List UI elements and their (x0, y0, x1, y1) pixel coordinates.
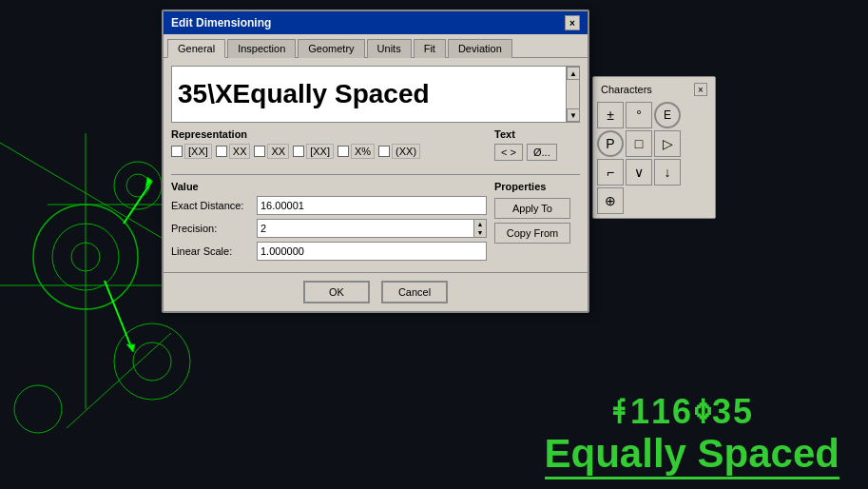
exact-distance-row: Exact Distance: (171, 196, 487, 215)
tab-bar: General Inspection Geometry Units Fit De… (164, 34, 588, 58)
text-lt-button[interactable]: < > (494, 144, 523, 161)
edit-dimensioning-dialog: Edit Dimensioning × General Inspection G… (162, 10, 589, 313)
ok-button[interactable]: OK (303, 281, 370, 303)
preview-text: 35\XEqually Spaced (178, 79, 430, 109)
rep-item-6: (XX) (378, 144, 420, 159)
rep-label-3: XX (267, 144, 289, 159)
rep-checkbox-4[interactable] (293, 146, 304, 157)
text-section: Text < > Ø... (494, 128, 580, 166)
dialog-title: Edit Dimensioning (171, 16, 271, 29)
exact-distance-input[interactable] (257, 196, 487, 215)
rep-checkbox-6[interactable] (378, 146, 390, 157)
dialog-close-button[interactable]: × (565, 15, 580, 30)
rep-item-2: XX (216, 144, 251, 159)
scroll-up-button[interactable]: ▲ (567, 67, 580, 80)
tab-geometry[interactable]: Geometry (298, 39, 364, 58)
rep-checkbox-5[interactable] (338, 146, 349, 157)
properties-title: Properties (494, 181, 580, 192)
char-E[interactable]: E (654, 102, 681, 128)
precision-input[interactable] (257, 219, 473, 238)
text-preview-area: 35\XEqually Spaced ▲ ▼ (171, 66, 580, 123)
tab-general[interactable]: General (167, 39, 225, 58)
value-section: Value Exact Distance: Precision: ▲ ▼ (171, 181, 487, 264)
characters-titlebar: Characters × (597, 81, 711, 98)
svg-line-11 (124, 181, 152, 224)
rep-label-4: [XX] (306, 144, 334, 159)
char-v[interactable]: ∨ (626, 159, 652, 186)
properties-section: Properties Apply To Copy From (494, 181, 580, 264)
rep-item-4: [XX] (293, 144, 334, 159)
scroll-down-button[interactable]: ▼ (567, 108, 580, 122)
characters-panel-title: Characters (601, 84, 652, 95)
dialog-body: 35\XEqually Spaced ▲ ▼ Representation [X… (164, 58, 588, 272)
svg-line-13 (105, 281, 133, 352)
rep-item-1: [XX] (171, 144, 212, 159)
rep-checkbox-3[interactable] (254, 146, 265, 157)
linear-scale-row: Linear Scale: (171, 242, 487, 261)
linear-scale-label: Linear Scale: (171, 245, 257, 257)
rep-label-5: X% (351, 144, 375, 159)
dialog-footer: OK Cancel (164, 272, 588, 311)
precision-label: Precision: (171, 223, 257, 234)
svg-marker-14 (126, 344, 135, 352)
char-crosshair[interactable]: ⊕ (597, 187, 624, 214)
exact-distance-label: Exact Distance: (171, 200, 257, 211)
rep-label-1: [XX] (184, 144, 212, 159)
representation-text-row: Representation [XX] XX XX (171, 128, 580, 166)
precision-decrement-button[interactable]: ▼ (474, 228, 486, 237)
value-section-label: Value (171, 181, 487, 192)
precision-row: Precision: ▲ ▼ (171, 219, 487, 238)
tab-deviation[interactable]: Deviation (448, 39, 512, 58)
tab-inspection[interactable]: Inspection (227, 39, 296, 58)
char-arrow-down[interactable]: ↓ (654, 159, 681, 186)
copy-from-button[interactable]: Copy From (494, 223, 570, 244)
tab-fit[interactable]: Fit (414, 39, 446, 58)
section-divider (171, 174, 580, 175)
precision-increment-button[interactable]: ▲ (474, 220, 486, 228)
svg-point-7 (14, 385, 62, 433)
representation-label: Representation (171, 128, 487, 140)
rep-label-2: XX (229, 144, 251, 159)
preview-scrollbar: ▲ ▼ (566, 67, 579, 122)
rep-checkbox-2[interactable] (216, 146, 227, 157)
apply-to-button[interactable]: Apply To (494, 198, 570, 219)
svg-point-6 (133, 342, 171, 381)
char-degree[interactable]: ° (626, 102, 652, 128)
representation-section: Representation [XX] XX XX (171, 128, 487, 166)
characters-panel: Characters × ± ° E P □ ▷ ⌐ ∨ ↓ ⊕ (592, 76, 716, 219)
char-P-circle[interactable]: P (597, 130, 624, 157)
char-corner[interactable]: ⌐ (597, 159, 624, 186)
rep-label-6: (XX) (392, 144, 420, 159)
text-buttons: < > Ø... (494, 144, 580, 161)
text-section-label: Text (494, 128, 580, 140)
precision-spinner: ▲ ▼ (257, 219, 487, 238)
tab-units[interactable]: Units (367, 39, 412, 58)
characters-grid: ± ° E P □ ▷ ⌐ ∨ ↓ ⊕ (597, 102, 711, 214)
cad-equally-spaced-text: Equally Spaced (545, 431, 839, 479)
char-square[interactable]: □ (626, 130, 652, 157)
representation-checkboxes: [XX] XX XX [XX] (171, 144, 487, 159)
char-plus-minus[interactable]: ± (597, 102, 624, 128)
char-arrow-right[interactable]: ▷ (654, 130, 681, 157)
rep-item-5: X% (338, 144, 375, 159)
precision-spinner-arrows: ▲ ▼ (473, 219, 487, 238)
cancel-button[interactable]: Cancel (381, 281, 448, 303)
rep-item-3: XX (254, 144, 289, 159)
linear-scale-input[interactable] (257, 242, 487, 261)
cad-dimension-text: ꞙ116⌽35 (611, 392, 754, 432)
value-properties-row: Value Exact Distance: Precision: ▲ ▼ (171, 181, 580, 264)
rep-checkbox-1[interactable] (171, 146, 183, 157)
text-diameter-button[interactable]: Ø... (527, 144, 557, 161)
dialog-titlebar: Edit Dimensioning × (164, 11, 588, 34)
characters-close-button[interactable]: × (694, 83, 707, 96)
